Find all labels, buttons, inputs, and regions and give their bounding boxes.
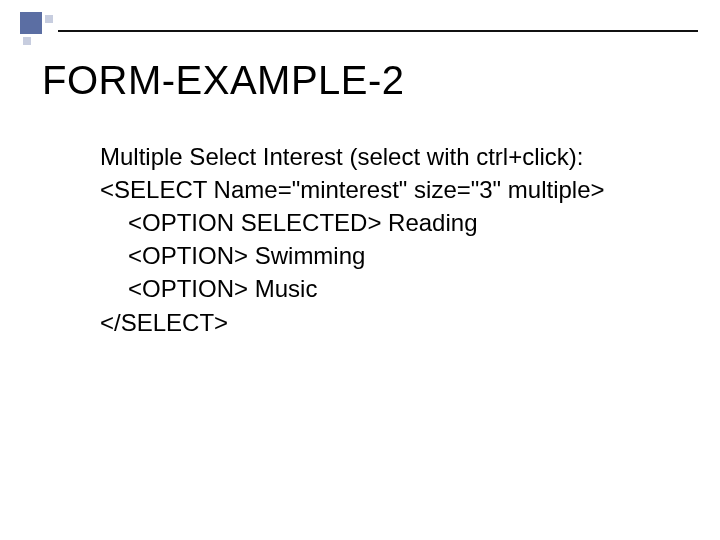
text-line: <OPTION SELECTED> Reading xyxy=(100,206,680,239)
divider xyxy=(58,30,698,32)
text-line: <OPTION> Music xyxy=(100,272,680,305)
page-title: FORM-EXAMPLE-2 xyxy=(42,58,405,103)
corner-decoration xyxy=(20,12,54,46)
text-line: </SELECT> xyxy=(100,306,680,339)
text-line: Multiple Select Interest (select with ct… xyxy=(100,140,680,173)
square-icon xyxy=(45,15,53,23)
text-line: <SELECT Name="minterest" size="3" multip… xyxy=(100,173,680,206)
square-icon xyxy=(23,37,31,45)
square-icon xyxy=(20,12,42,34)
slide: FORM-EXAMPLE-2 Multiple Select Interest … xyxy=(0,0,720,540)
body-text: Multiple Select Interest (select with ct… xyxy=(100,140,680,339)
text-line: <OPTION> Swimming xyxy=(100,239,680,272)
